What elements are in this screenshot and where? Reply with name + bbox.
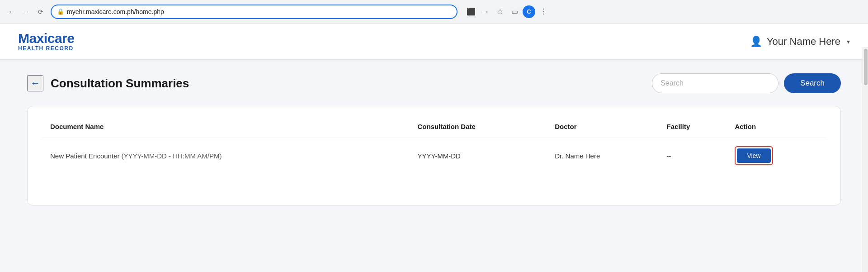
page-title-area: ← Consultation Summaries [27,75,189,91]
sidebar-button[interactable]: ▭ [508,5,521,18]
view-button[interactable]: View [737,148,770,163]
logo-area: Maxicare HEALTH RECORD [18,31,74,52]
profile-avatar[interactable]: C [523,5,535,18]
search-area: Search [652,73,841,93]
main-content: ← Consultation Summaries Search Document… [0,60,868,272]
refresh-button[interactable]: ⟳ [34,5,47,18]
cell-document-name: New Patient Encounter (YYYY-MM-DD - HH:M… [41,138,412,174]
cast-button[interactable]: ⬛ [465,5,477,18]
app-header: Maxicare HEALTH RECORD 👤 Your Name Here … [0,24,868,60]
browser-actions: ⬛ → ☆ ▭ C ⋮ [465,5,550,18]
view-btn-wrapper: View [735,146,773,165]
cell-facility: -- [661,138,730,174]
user-icon: 👤 [750,36,762,48]
table-row: New Patient Encounter (YYYY-MM-DD - HH:M… [41,138,827,174]
user-name-label: Your Name Here [767,36,840,48]
menu-button[interactable]: ⋮ [537,5,550,18]
search-button[interactable]: Search [784,73,841,93]
back-nav-button[interactable]: ← [5,5,18,18]
browser-chrome: ← → ⟳ 🔒 myehr.maxicare.com.ph/home.php ⬛… [0,0,868,24]
logo-maxicare: Maxicare [18,31,74,46]
url-text: myehr.maxicare.com.ph/home.php [67,8,451,15]
address-bar[interactable]: 🔒 myehr.maxicare.com.ph/home.php [51,5,458,19]
share-button[interactable]: → [479,5,492,18]
consultation-table: Document Name Consultation Date Doctor F… [41,115,827,173]
col-header-doctor: Doctor [549,115,661,138]
table-header-row: Document Name Consultation Date Doctor F… [41,115,827,138]
back-button[interactable]: ← [27,75,43,91]
user-dropdown-arrow: ▾ [847,38,850,45]
scrollbar[interactable] [863,47,868,272]
search-input[interactable] [652,73,778,93]
logo-subtitle: HEALTH RECORD [18,46,74,52]
table-card: Document Name Consultation Date Doctor F… [27,106,841,205]
cell-action: View [729,138,827,174]
col-header-action: Action [729,115,827,138]
page-header: ← Consultation Summaries Search [27,73,841,93]
nav-buttons: ← → ⟳ [5,5,47,18]
col-header-facility: Facility [661,115,730,138]
col-header-document-name: Document Name [41,115,412,138]
app-container: Maxicare HEALTH RECORD 👤 Your Name Here … [0,24,868,272]
user-menu[interactable]: 👤 Your Name Here ▾ [750,36,850,48]
bookmark-button[interactable]: ☆ [494,5,506,18]
cell-doctor: Dr. Name Here [549,138,661,174]
col-header-consultation-date: Consultation Date [412,115,550,138]
forward-nav-button[interactable]: → [20,5,33,18]
page-title: Consultation Summaries [51,76,189,91]
cell-consultation-date: YYYY-MM-DD [412,138,550,174]
scrollbar-thumb [864,49,868,85]
lock-icon: 🔒 [57,8,64,15]
